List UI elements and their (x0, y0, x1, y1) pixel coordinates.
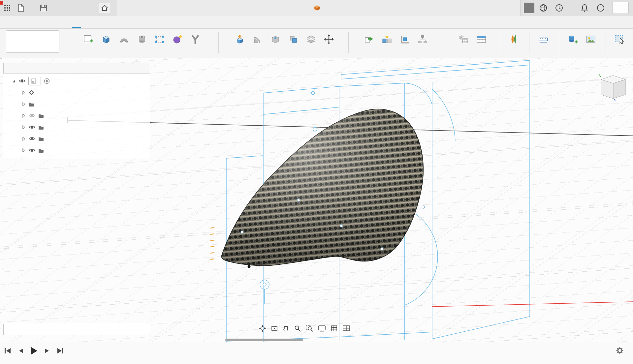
expander-icon[interactable] (22, 125, 26, 129)
browser-row-origin[interactable] (3, 110, 150, 121)
tab-mesh[interactable] (103, 16, 121, 28)
viewports-icon (342, 325, 350, 332)
step-back-button[interactable] (17, 347, 24, 356)
expander-icon[interactable] (22, 102, 26, 106)
extrude-button[interactable] (99, 31, 113, 47)
toolbar-group-create (70, 29, 214, 58)
joint-origin-button[interactable] (397, 31, 412, 47)
browser-row-bodies[interactable] (3, 121, 150, 133)
shell-button[interactable] (268, 31, 283, 47)
toolbar-group-inspect (532, 29, 555, 58)
hole-button[interactable] (135, 31, 149, 47)
expander-icon[interactable] (22, 114, 26, 118)
close-tab-button[interactable] (508, 4, 516, 12)
workspace-selector[interactable] (6, 30, 59, 53)
new-tab-button[interactable] (524, 3, 534, 13)
grid-snap-button[interactable] (330, 324, 339, 333)
play-button[interactable] (30, 346, 38, 356)
root-component-chip[interactable] (28, 77, 41, 85)
tab-surface[interactable] (85, 16, 103, 28)
expander-icon[interactable] (12, 79, 16, 83)
browser-row-construction[interactable] (3, 144, 150, 156)
undo-button[interactable] (57, 3, 57, 13)
browser-root-row[interactable] (3, 75, 150, 87)
insert-canvas-button[interactable] (584, 31, 598, 47)
expander-icon[interactable] (22, 148, 26, 152)
folder-icon (38, 136, 44, 141)
offset-plane-button[interactable] (304, 31, 318, 47)
pipe-button[interactable] (188, 31, 203, 47)
combine-button[interactable] (286, 31, 301, 47)
component-list-button[interactable] (415, 31, 430, 47)
viewports-button[interactable] (341, 324, 352, 333)
gear-icon (616, 347, 623, 354)
browser-row-named-views[interactable] (3, 98, 150, 110)
zoom-button[interactable] (293, 324, 302, 333)
browser-row-sketches[interactable] (3, 133, 150, 144)
magnifier-icon (294, 325, 301, 332)
folder-icon (38, 125, 44, 130)
eye-hidden-icon[interactable] (29, 113, 35, 118)
job-status-button[interactable] (555, 3, 565, 13)
press-pull-button[interactable] (233, 31, 247, 47)
activate-radio[interactable] (44, 78, 50, 84)
timeline-scrollbar[interactable] (225, 339, 303, 341)
tab-solid[interactable] (68, 16, 85, 28)
timeline-settings-button[interactable] (616, 347, 623, 355)
x-axis-line (432, 302, 633, 307)
revolve-button[interactable] (117, 31, 131, 47)
skip-to-start-button[interactable] (3, 347, 12, 356)
zoom-window-button[interactable] (304, 324, 315, 333)
create-sketch-button[interactable] (81, 31, 96, 47)
joint-button[interactable] (380, 31, 394, 47)
new-component-button[interactable] (362, 31, 376, 47)
comment-panel[interactable] (3, 324, 150, 335)
save-icon (40, 4, 47, 12)
toolbar-group-construct (503, 29, 526, 58)
file-menu-button[interactable] (17, 3, 25, 13)
look-at-button[interactable] (270, 324, 279, 333)
playback-controls (3, 346, 65, 356)
redo-button[interactable] (77, 3, 77, 13)
hand-icon (282, 325, 290, 332)
model-body[interactable] (222, 109, 424, 266)
step-forward-button[interactable] (44, 347, 51, 356)
display-settings-button[interactable] (317, 324, 327, 333)
view-cube[interactable] (599, 74, 625, 101)
document-tab[interactable] (116, 0, 521, 16)
home-button[interactable] (99, 3, 110, 13)
move-button[interactable] (322, 31, 336, 47)
eye-icon[interactable] (29, 148, 35, 153)
web-home-button[interactable] (539, 3, 548, 13)
help-button[interactable] (596, 3, 605, 13)
avatar[interactable] (612, 2, 629, 14)
skip-to-end-button[interactable] (56, 347, 65, 356)
section-ticks (210, 228, 214, 259)
eye-icon[interactable] (19, 78, 25, 83)
expander-icon[interactable] (22, 91, 26, 95)
toolbar-group-insert (561, 29, 603, 58)
construct-plane-button[interactable] (507, 31, 522, 47)
measure-button[interactable] (536, 31, 551, 47)
save-button[interactable] (40, 3, 47, 13)
pan-button[interactable] (281, 324, 291, 333)
fillet-button[interactable] (250, 31, 265, 47)
tab-sheetmetal[interactable] (121, 16, 139, 28)
configure-button[interactable] (456, 31, 471, 47)
pattern-button[interactable] (152, 31, 167, 47)
select-button[interactable] (612, 31, 627, 47)
notifications-button[interactable] (581, 3, 588, 13)
app-grid-button[interactable] (3, 3, 11, 13)
component-icon (31, 78, 36, 84)
eye-icon[interactable] (29, 136, 35, 141)
insert-part-button[interactable] (566, 31, 580, 47)
tab-plastic[interactable] (139, 16, 157, 28)
tab-utilities[interactable] (174, 16, 192, 28)
tab-manage[interactable] (157, 16, 174, 28)
orbit-button[interactable] (258, 324, 268, 333)
create-form-button[interactable] (170, 31, 185, 47)
configuration-table-button[interactable] (474, 31, 489, 47)
expander-icon[interactable] (22, 137, 26, 141)
browser-row-document-settings[interactable] (3, 87, 150, 98)
eye-icon[interactable] (29, 125, 35, 130)
